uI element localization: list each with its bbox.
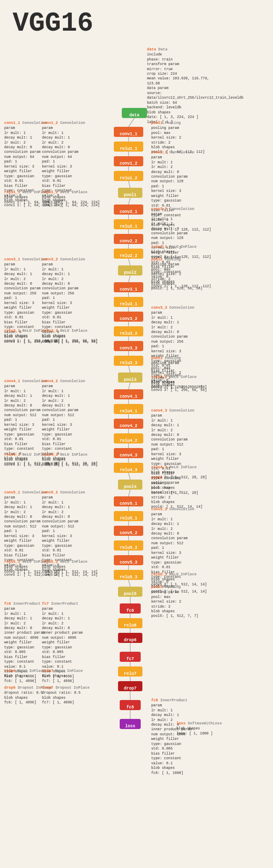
relu5_2-node: relu5_2	[114, 540, 143, 551]
relu5_2_info-panel: relu5_2 ReLU InPlaceblob shapes conv5 2:…	[42, 559, 98, 574]
conv5_3-node: conv5_3	[114, 555, 143, 565]
fc6-node: fc6	[120, 603, 141, 614]
pool2-node: pool2	[118, 265, 142, 275]
relu4_1-node: relu4_1	[114, 404, 143, 414]
relu1_2-node: relu1_2	[114, 171, 143, 181]
fc8_info-panel: fc8 InnerProductparam lr mult: 1 decay m…	[151, 698, 192, 776]
drop6-node: drop6	[118, 633, 142, 643]
pool5_info-panel: pool5 Poolingpooling param pool: max ker…	[151, 585, 198, 619]
relu6-node: relu6	[118, 618, 142, 628]
relu3_3_info-panel: relu3_3 ReLU InPlaceblob shapes conv3 3:…	[151, 375, 207, 390]
conv2_1-node: conv2_1	[114, 205, 143, 215]
relu3_2_info-panel: relu3_2 ReLU InPlaceblob shapes conv3 2:…	[42, 328, 98, 344]
relu6_info-panel: relu6 ReLU InPlaceblob shapes fc6: [ 1, …	[4, 669, 45, 684]
relu7-node: relu7	[118, 666, 142, 677]
relu2_2-node: relu2_2	[114, 249, 143, 259]
relu3_2-node: relu3_2	[114, 326, 143, 336]
fc8-node: fc8	[120, 700, 141, 710]
loss_info-panel: loss SoftmaxWithLossblob shapes loss: [ …	[176, 721, 222, 736]
data_info-panel: data Datainclude phase: traintransform p…	[147, 47, 223, 125]
page-title: VGG16	[0, 0, 273, 43]
conv4_3-node: conv4_3	[114, 448, 143, 458]
drop7_info-panel: drop7 Dropout InPlacedropout ratio: 0.5b…	[42, 685, 89, 705]
conv3_2-node: conv3_2	[114, 312, 143, 322]
pool4_info-panel: pool4 Poolingpooling param pool: max ker…	[151, 475, 202, 510]
conv1_1-node: conv1_1	[114, 127, 143, 137]
pool3-node: pool3	[118, 372, 142, 383]
relu4_2-node: relu4_2	[114, 433, 143, 443]
relu5_3-node: relu5_3	[114, 570, 143, 580]
pool5-node: pool5	[118, 587, 142, 597]
conv4_1-node: conv4_1	[114, 389, 143, 399]
fc7_info-panel: fc7 InnerProductparam lr mult: 1 decay m…	[42, 601, 83, 679]
conv3_1-node: conv3_1	[114, 282, 143, 292]
relu3_1-node: relu3_1	[114, 297, 143, 307]
pool2_info-panel: pool2 Poolingpooling param pool: max ker…	[151, 257, 202, 291]
conv5_1-node: conv5_1	[114, 496, 143, 506]
relu7_info-panel: relu7 ReLU InPlaceblob shapes fc7: [ 1, …	[42, 669, 83, 684]
conv2_2-node: conv2_2	[114, 234, 143, 244]
data-node: data	[122, 108, 147, 118]
relu4_3-node: relu4_3	[114, 463, 143, 473]
relu4_2_info-panel: relu4_2 ReLU InPlaceblob shapes conv4 2:…	[42, 452, 98, 467]
conv3_3-node: conv3_3	[114, 341, 143, 351]
drop7-node: drop7	[118, 681, 142, 691]
conv4_2-node: conv4_2	[114, 419, 143, 429]
loss-node: loss	[120, 719, 141, 729]
relu1_1-node: relu1_1	[114, 142, 143, 152]
conv5_2-node: conv5_2	[114, 526, 143, 536]
relu3_3-node: relu3_3	[114, 356, 143, 366]
pool1-node: pool1	[118, 188, 142, 198]
fc6_info-panel: fc6 InnerProductparam lr mult: 1 decay m…	[4, 601, 45, 679]
relu1_2_info-panel: relu1_2 ReLU InPlaceblob shapes conv1 2:…	[42, 190, 100, 205]
relu2_1-node: relu2_1	[114, 219, 143, 229]
fc7-node: fc7	[120, 652, 141, 662]
conv1_2-node: conv1_2	[114, 156, 143, 166]
pool4-node: pool4	[118, 480, 142, 490]
relu5_1-node: relu5_1	[114, 511, 143, 521]
